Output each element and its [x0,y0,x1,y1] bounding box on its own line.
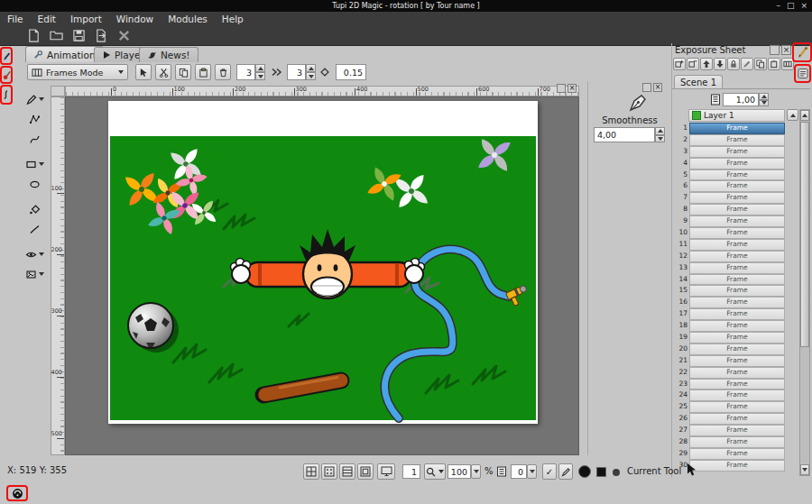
menu-window[interactable]: Window [109,12,161,26]
cut-frame-button[interactable] [155,64,171,80]
frame-cell[interactable]: Frame [689,344,785,355]
frame-cell[interactable]: Frame [689,180,785,192]
scrollbar-thumb[interactable] [800,122,809,347]
zoom-tool-button[interactable] [424,463,446,480]
spacing-spinner[interactable]: 3 [236,64,265,80]
stroke-color-swatch[interactable] [578,465,591,478]
onion-skin-field[interactable]: 0 [511,464,527,479]
frames-mode-select[interactable]: Frames Mode [27,64,128,80]
export-project-button[interactable] [93,28,109,44]
frame-cell[interactable]: Frame [689,134,785,146]
spin-down-icon[interactable] [655,135,665,143]
spacing-value[interactable]: 3 [236,64,255,80]
fill-tool[interactable] [23,200,45,218]
zoom-dropdown-button[interactable] [471,464,481,479]
title-bar[interactable]: Tupi 2D Magic - rotation [ by Tour name … [0,0,812,12]
frame-cell[interactable]: Frame [689,204,785,215]
frame-number-field[interactable]: 1 [402,464,420,479]
frame-cell[interactable]: Frame [689,239,785,251]
spin-down-icon[interactable] [255,72,265,80]
show-lines-button[interactable] [339,463,355,480]
onion-dropdown-button[interactable] [527,464,537,479]
frame-cell[interactable]: Frame [689,297,785,308]
frame-cell[interactable]: Frame [689,251,785,262]
fps-spinner[interactable]: 3 [287,64,316,80]
canvas-close-icon[interactable]: × [567,84,577,93]
move-frame-up-button[interactable] [700,58,713,70]
background-color-swatch[interactable] [613,469,620,476]
layer-scroll-up-button[interactable] [787,109,798,121]
polyline-tool[interactable] [23,110,45,128]
frame-cell[interactable]: Frame [689,274,785,286]
copy-frame-button[interactable] [754,58,767,70]
frame-cell[interactable]: Frame [689,379,785,390]
frame-cell[interactable]: Frame [689,460,785,472]
spin-up-icon[interactable] [655,127,665,135]
menu-help[interactable]: Help [215,12,251,26]
exposure-scrollbar[interactable] [799,109,810,476]
tab-news[interactable]: News! [139,47,198,62]
frame-cell[interactable]: Frame [689,285,785,297]
delete-frame-button[interactable] [215,64,231,80]
paste-frame-button[interactable] [195,64,211,80]
frame-cell[interactable]: Frame [689,332,785,344]
frame-cell[interactable]: Frame [689,146,785,158]
frame-cell[interactable]: Frame [689,425,785,436]
add-frame-button[interactable] [673,58,686,70]
scene-tab[interactable]: Scene 1 [674,75,723,89]
minimize-button[interactable]: – [776,0,780,12]
frames-direction-button[interactable] [271,67,282,78]
dock-list-button[interactable] [798,68,808,79]
close-project-button[interactable] [115,28,132,44]
spin-up-icon[interactable] [255,64,265,72]
h-ruler[interactable]: 0100200300400500600700 [65,86,579,96]
remove-frame-button[interactable] [687,58,699,70]
canvas-float-icon[interactable] [557,84,566,93]
move-frame-down-button[interactable] [714,58,726,70]
spin-up-icon[interactable] [306,64,316,72]
frame-cell[interactable]: Frame [689,389,785,401]
ellipse-tool[interactable] [23,175,45,193]
frame-cell[interactable]: Frame [689,227,785,239]
v-ruler[interactable]: 100200300400500 [51,96,65,455]
menu-file[interactable]: File [0,12,31,26]
confirm-toggle-button[interactable]: ✓ [542,463,557,480]
open-project-button[interactable] [48,28,64,44]
frame-cell[interactable]: Frame [689,355,785,367]
onion-factor-button[interactable] [319,67,330,78]
spline-tool[interactable] [23,130,45,148]
lock-frame-button[interactable] [727,58,740,70]
copy-frame-button[interactable] [175,64,191,80]
line-tool[interactable] [23,220,45,238]
rename-frame-button[interactable] [741,58,753,70]
tool-options-float-icon[interactable] [642,83,651,92]
hand-dock-button[interactable] [11,488,24,499]
paste-frame-button[interactable] [768,58,780,70]
menu-modules[interactable]: Modules [161,12,215,26]
fps-value[interactable]: 3 [287,64,306,80]
layer-header[interactable]: Layer 1 [688,109,785,122]
menu-import[interactable]: Import [63,12,109,26]
show-dots-grid-button[interactable] [321,463,337,480]
side-dock-curve-button[interactable] [3,89,11,100]
fill-color-swatch[interactable] [596,467,606,477]
new-project-button[interactable] [25,28,42,44]
save-project-button[interactable] [70,28,87,44]
view-tool[interactable] [23,245,45,263]
frame-cell[interactable]: Frame [689,401,785,413]
exposure-close-icon[interactable]: × [781,45,791,55]
dock-brush-button[interactable] [797,46,808,59]
safe-area-button[interactable] [357,463,374,480]
frame-cell[interactable]: Frame [689,262,785,274]
select-frames-button[interactable] [135,64,152,80]
drawing-canvas[interactable] [108,101,538,424]
frame-cell[interactable]: Frame [689,158,785,170]
frame-cell[interactable]: Frame [689,436,785,448]
frames-count-value[interactable]: 1,00 [723,93,759,106]
frame-cell[interactable]: Frame [689,367,785,379]
close-button[interactable]: × [800,0,807,12]
spin-down-icon[interactable] [759,100,769,107]
frame-cell[interactable]: Frame [689,215,785,227]
frame-cell[interactable]: Frame [689,308,785,320]
frame-cell[interactable]: Frame [689,170,785,181]
